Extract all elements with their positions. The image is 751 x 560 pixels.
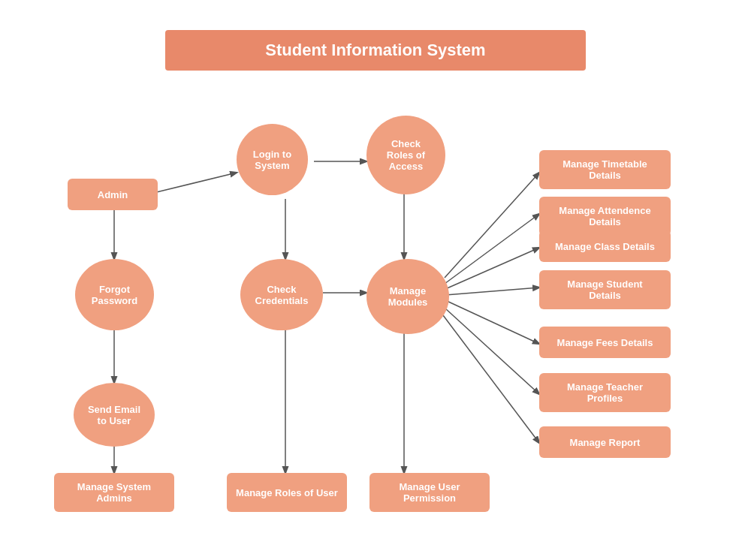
manage-user-perm-box: Manage UserPermission	[369, 473, 490, 512]
student-box: Manage StudentDetails	[539, 270, 671, 309]
manage-sys-admins-box: Manage SystemAdmins	[54, 473, 174, 512]
check-creds-circle: CheckCredentials	[240, 259, 323, 330]
teacher-box: Manage TeacherProfiles	[539, 373, 671, 412]
admin-box: Admin	[68, 179, 158, 210]
svg-line-14	[445, 300, 539, 344]
svg-line-11	[445, 214, 539, 284]
diagram: Student Information System	[0, 0, 751, 560]
fees-box: Manage Fees Details	[539, 327, 671, 358]
svg-line-12	[445, 248, 539, 289]
check-roles-circle: CheckRoles ofAccess	[366, 116, 445, 194]
svg-line-0	[144, 173, 237, 195]
title: Student Information System	[165, 30, 586, 71]
send-email-circle: Send Emailto User	[74, 383, 155, 447]
manage-modules-circle: ManageModules	[366, 259, 449, 334]
manage-roles-box: Manage Roles of User	[227, 473, 347, 512]
svg-line-16	[443, 315, 539, 443]
timetable-box: Manage TimetableDetails	[539, 150, 671, 189]
forgot-password-circle: ForgotPassword	[75, 259, 154, 330]
svg-line-13	[445, 288, 539, 295]
svg-line-10	[445, 173, 539, 278]
class-box: Manage Class Details	[539, 230, 671, 262]
report-box: Manage Report	[539, 426, 671, 458]
svg-line-15	[445, 308, 539, 394]
login-circle: Login toSystem	[237, 124, 308, 195]
